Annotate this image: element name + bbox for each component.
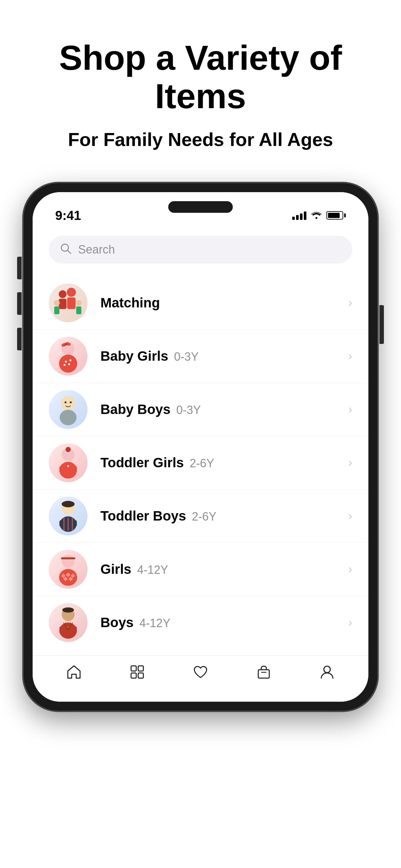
category-info-matching: Matching [100,295,348,311]
chevron-girls: › [348,562,352,576]
category-name-boys: Boys [100,615,134,630]
category-avatar-boys [49,603,88,642]
category-name-matching: Matching [100,295,160,311]
category-item-matching[interactable]: Matching › [33,276,368,330]
signal-icon [292,211,306,220]
svg-rect-29 [59,466,63,473]
svg-line-1 [67,250,71,253]
nav-categories[interactable] [129,664,145,682]
nav-profile[interactable] [319,664,335,682]
grid-icon [129,664,145,682]
svg-point-8 [76,300,82,306]
chevron-baby-girls: › [348,349,352,363]
svg-point-2 [59,290,66,298]
heart-icon [192,664,209,682]
svg-point-26 [66,447,71,452]
svg-point-41 [59,569,77,586]
category-avatar-baby-boys [49,390,88,429]
category-age-toddler-girls: 2-6Y [189,457,214,470]
svg-rect-30 [73,466,77,473]
category-info-boys: Boys 4-12Y [100,615,348,630]
svg-point-4 [67,288,76,297]
category-name-baby-boys: Baby Boys [100,402,171,417]
svg-rect-24 [72,414,76,420]
bag-icon [256,664,272,682]
svg-rect-9 [76,306,81,314]
svg-rect-58 [59,626,63,633]
phone-screen: 9:41 [33,192,368,702]
category-item-toddler-boys[interactable]: Toddler Boys 2-6Y › [33,490,368,543]
battery-icon [327,211,346,220]
category-name-toddler-girls: Toddler Girls [100,455,184,470]
category-info-toddler-girls: Toddler Girls 2-6Y [100,455,348,470]
category-age-baby-boys: 0-3Y [176,403,201,417]
svg-point-14 [59,354,77,373]
search-bar[interactable]: Search [49,236,352,264]
page-subtitle: For Family Needs for All Ages [32,128,369,150]
category-avatar-girls [49,550,88,589]
category-age-baby-girls: 0-3Y [174,350,198,364]
svg-point-13 [65,343,67,345]
svg-point-17 [68,363,70,365]
category-avatar-baby-girls [49,337,88,376]
page-title: Shop a Variety of Items [32,39,369,116]
svg-rect-59 [73,626,77,633]
category-name-toddler-boys: Toddler Boys [100,508,186,524]
svg-point-19 [61,396,75,410]
search-placeholder: Search [78,243,115,256]
chevron-baby-boys: › [348,403,352,416]
category-list: Matching › [33,273,368,652]
svg-point-48 [62,608,74,613]
svg-point-66 [324,666,330,673]
chevron-toddler-boys: › [348,509,352,523]
category-item-baby-boys[interactable]: Baby Boys 0-3Y › [33,383,368,436]
svg-rect-63 [138,673,143,678]
svg-point-18 [64,364,66,366]
svg-rect-7 [54,306,59,314]
bottom-nav [33,655,368,702]
page-header: Shop a Variety of Items For Family Needs… [0,0,401,176]
chevron-matching: › [348,296,352,310]
svg-rect-38 [73,520,77,527]
category-item-girls[interactable]: Girls 4-12Y › [33,543,368,596]
phone-mockup-wrapper: 9:41 [0,176,401,737]
wifi-icon [311,210,322,221]
category-name-baby-girls: Baby Girls [100,348,168,364]
home-icon [66,664,82,682]
nav-wishlist[interactable] [192,664,209,682]
category-info-toddler-boys: Toddler Boys 2-6Y [100,508,348,524]
status-icons [292,210,346,221]
svg-rect-61 [138,666,143,671]
svg-point-6 [54,300,60,306]
svg-point-39 [62,555,74,568]
svg-rect-3 [59,299,66,309]
category-avatar-toddler-boys [49,497,88,535]
category-item-toddler-girls[interactable]: Toddler Girls 2-6Y › [33,436,368,490]
svg-rect-64 [258,670,269,678]
chevron-toddler-girls: › [348,456,352,469]
svg-rect-62 [131,673,136,678]
category-info-girls: Girls 4-12Y [100,562,348,577]
chevron-boys: › [348,616,352,629]
category-item-baby-girls[interactable]: Baby Girls 0-3Y › [33,330,368,383]
svg-point-32 [62,501,74,507]
svg-rect-5 [67,298,75,309]
svg-rect-37 [59,520,63,527]
category-avatar-matching [49,283,88,322]
category-info-baby-boys: Baby Boys 0-3Y [100,402,348,417]
category-item-boys[interactable]: Boys 4-12Y › [33,596,368,649]
svg-rect-60 [131,666,136,671]
svg-point-21 [70,401,72,403]
category-info-baby-girls: Baby Girls 0-3Y [100,348,348,364]
svg-point-15 [65,361,67,363]
category-age-toddler-boys: 2-6Y [192,510,216,523]
search-container: Search [33,229,368,273]
nav-home[interactable] [66,664,82,682]
category-avatar-toddler-girls [49,443,88,482]
nav-cart[interactable] [256,664,272,682]
category-age-boys: 4-12Y [140,616,171,630]
svg-rect-40 [61,557,75,559]
phone-notch [168,201,233,213]
status-time: 9:41 [55,208,81,223]
person-icon [319,664,335,682]
